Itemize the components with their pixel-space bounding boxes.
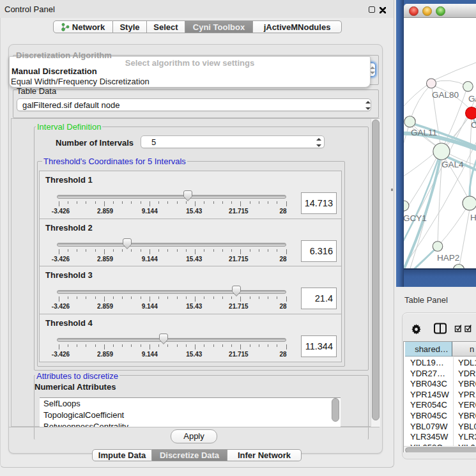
svg-text:GAL4: GAL4: [441, 160, 464, 169]
svg-text:GAL11: GAL11: [411, 128, 437, 137]
svg-text:GCY1: GCY1: [404, 213, 427, 223]
svg-text:GA: GA: [468, 94, 476, 104]
svg-text:GAL80: GAL80: [432, 90, 459, 100]
svg-text:H: H: [470, 213, 476, 222]
svg-text:HAP2: HAP2: [437, 253, 459, 263]
svg-text:C: C: [471, 120, 476, 130]
